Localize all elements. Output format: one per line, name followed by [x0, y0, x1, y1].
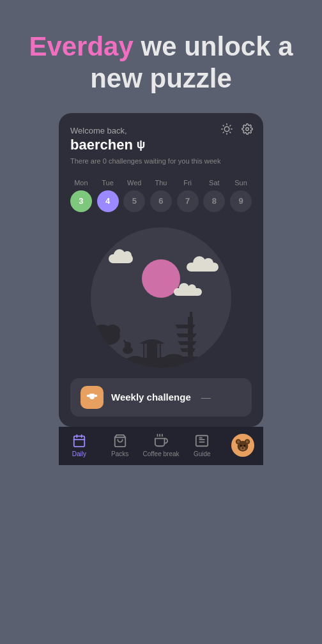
settings-icon[interactable]	[240, 122, 254, 136]
svg-rect-36	[196, 436, 208, 447]
svg-line-3	[223, 125, 224, 126]
nav-item-guide[interactable]: Guide	[184, 433, 220, 457]
day-circle-6[interactable]: 6	[150, 190, 172, 212]
day-circle-9[interactable]: 9	[230, 190, 252, 212]
svg-point-14	[105, 325, 120, 337]
days-labels: Mon Tue Wed Thu Fri Sat Sun	[68, 179, 254, 187]
day-label-sun: Sun	[230, 179, 252, 187]
svg-line-8	[230, 125, 231, 126]
nav-label-guide: Guide	[194, 450, 211, 457]
coffee-icon	[153, 433, 169, 448]
svg-point-0	[224, 126, 229, 132]
illustration-area	[59, 221, 263, 378]
svg-rect-22	[183, 356, 198, 362]
svg-point-46	[240, 445, 242, 447]
nav-item-packs[interactable]: Packs	[102, 433, 138, 457]
bear-icon	[234, 436, 252, 454]
svg-line-7	[223, 132, 224, 133]
nav-label-coffee: Coffee break	[142, 450, 179, 457]
username-row: baerchen ψ	[70, 137, 252, 153]
header-icons	[220, 122, 254, 136]
nav-item-profile[interactable]	[225, 434, 261, 457]
day-label-tue: Tue	[97, 179, 119, 187]
phone-card: Welcome back, baerchen ψ There are 0 cha…	[59, 113, 263, 427]
bear-avatar	[231, 434, 254, 457]
daily-icon	[72, 433, 87, 448]
svg-point-44	[246, 440, 249, 443]
card-header: Welcome back, baerchen ψ There are 0 cha…	[59, 113, 263, 172]
svg-rect-18	[144, 344, 147, 358]
day-circle-4[interactable]: 4	[97, 190, 119, 212]
cloud-3	[174, 288, 202, 296]
username-text: baerchen	[70, 137, 133, 153]
weekly-challenge-dash: —	[201, 392, 211, 402]
day-label-thu: Thu	[150, 179, 172, 187]
cloud-2	[187, 263, 218, 272]
bottom-nav: Daily Packs Coffee break	[59, 427, 263, 465]
packs-icon	[112, 433, 128, 448]
scene-circle	[91, 227, 231, 368]
nav-label-daily: Daily	[72, 450, 86, 457]
days-row: Mon Tue Wed Thu Fri Sat Sun 3 4 5 6 7 8 …	[59, 172, 263, 221]
scene-silhouette	[91, 304, 231, 368]
day-label-fri: Fri	[177, 179, 199, 187]
svg-point-10	[97, 357, 225, 368]
svg-point-48	[242, 447, 244, 448]
guide-icon	[194, 433, 210, 448]
svg-rect-21	[190, 312, 192, 318]
svg-point-9	[246, 128, 249, 131]
nav-label-packs: Packs	[111, 450, 128, 457]
svg-point-43	[237, 440, 240, 443]
day-label-sat: Sat	[203, 179, 225, 187]
day-circle-5[interactable]: 5	[123, 190, 145, 212]
nav-item-coffee[interactable]: Coffee break	[142, 433, 179, 457]
svg-point-23	[164, 354, 184, 364]
username-emoji: ψ	[137, 138, 146, 151]
svg-rect-20	[188, 317, 193, 362]
brightness-icon[interactable]	[220, 122, 234, 136]
day-circle-7[interactable]: 7	[177, 190, 199, 212]
day-label-wed: Wed	[123, 179, 145, 187]
svg-rect-19	[157, 344, 160, 358]
weekly-challenge-button[interactable]: Weekly challenge —	[70, 378, 252, 417]
headline: Everday we unlock a new puzzle	[0, 31, 322, 95]
cloud-1	[109, 254, 133, 263]
nav-item-daily[interactable]: Daily	[61, 433, 97, 457]
svg-rect-28	[74, 436, 85, 447]
svg-point-24	[128, 356, 143, 364]
days-circles: 3 4 5 6 7 8 9	[68, 190, 254, 212]
svg-line-4	[230, 132, 231, 133]
weekly-challenge-label: Weekly challenge	[111, 392, 191, 402]
day-circle-8[interactable]: 8	[203, 190, 225, 212]
headline-accent: Everday	[29, 31, 133, 61]
trophy-icon	[86, 391, 98, 404]
trophy-icon-bg	[80, 386, 103, 409]
challenge-subtitle: There are 0 challenges waiting for you t…	[70, 157, 252, 165]
svg-point-47	[243, 445, 245, 447]
day-label-mon: Mon	[70, 179, 92, 187]
day-circle-3[interactable]: 3	[70, 190, 92, 212]
